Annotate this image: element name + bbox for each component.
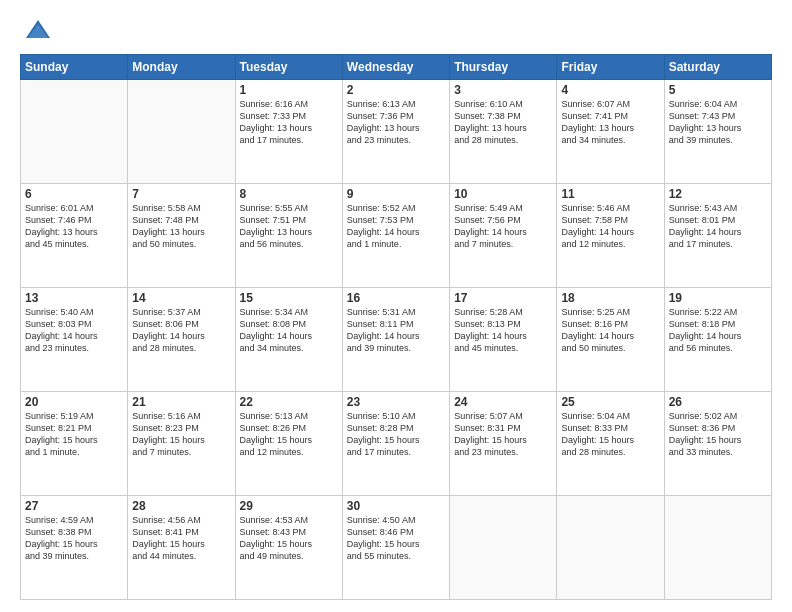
calendar-cell: 11Sunrise: 5:46 AM Sunset: 7:58 PM Dayli… <box>557 184 664 288</box>
day-info: Sunrise: 5:19 AM Sunset: 8:21 PM Dayligh… <box>25 410 123 459</box>
day-number: 16 <box>347 291 445 305</box>
day-info: Sunrise: 5:40 AM Sunset: 8:03 PM Dayligh… <box>25 306 123 355</box>
col-header-tuesday: Tuesday <box>235 55 342 80</box>
calendar-cell <box>21 80 128 184</box>
day-number: 2 <box>347 83 445 97</box>
calendar-header-row: SundayMondayTuesdayWednesdayThursdayFrid… <box>21 55 772 80</box>
week-row-1: 6Sunrise: 6:01 AM Sunset: 7:46 PM Daylig… <box>21 184 772 288</box>
day-info: Sunrise: 6:07 AM Sunset: 7:41 PM Dayligh… <box>561 98 659 147</box>
calendar-cell: 23Sunrise: 5:10 AM Sunset: 8:28 PM Dayli… <box>342 392 449 496</box>
day-number: 13 <box>25 291 123 305</box>
day-info: Sunrise: 6:16 AM Sunset: 7:33 PM Dayligh… <box>240 98 338 147</box>
calendar-cell <box>128 80 235 184</box>
day-number: 23 <box>347 395 445 409</box>
day-info: Sunrise: 5:22 AM Sunset: 8:18 PM Dayligh… <box>669 306 767 355</box>
day-number: 15 <box>240 291 338 305</box>
day-info: Sunrise: 4:56 AM Sunset: 8:41 PM Dayligh… <box>132 514 230 563</box>
week-row-2: 13Sunrise: 5:40 AM Sunset: 8:03 PM Dayli… <box>21 288 772 392</box>
day-number: 21 <box>132 395 230 409</box>
calendar-cell: 3Sunrise: 6:10 AM Sunset: 7:38 PM Daylig… <box>450 80 557 184</box>
day-info: Sunrise: 5:43 AM Sunset: 8:01 PM Dayligh… <box>669 202 767 251</box>
logo <box>20 16 52 44</box>
day-number: 6 <box>25 187 123 201</box>
day-info: Sunrise: 5:55 AM Sunset: 7:51 PM Dayligh… <box>240 202 338 251</box>
calendar-cell: 24Sunrise: 5:07 AM Sunset: 8:31 PM Dayli… <box>450 392 557 496</box>
day-info: Sunrise: 5:37 AM Sunset: 8:06 PM Dayligh… <box>132 306 230 355</box>
calendar-cell: 18Sunrise: 5:25 AM Sunset: 8:16 PM Dayli… <box>557 288 664 392</box>
day-number: 20 <box>25 395 123 409</box>
calendar-cell: 21Sunrise: 5:16 AM Sunset: 8:23 PM Dayli… <box>128 392 235 496</box>
day-info: Sunrise: 6:10 AM Sunset: 7:38 PM Dayligh… <box>454 98 552 147</box>
day-info: Sunrise: 5:46 AM Sunset: 7:58 PM Dayligh… <box>561 202 659 251</box>
week-row-0: 1Sunrise: 6:16 AM Sunset: 7:33 PM Daylig… <box>21 80 772 184</box>
day-number: 5 <box>669 83 767 97</box>
day-number: 18 <box>561 291 659 305</box>
col-header-wednesday: Wednesday <box>342 55 449 80</box>
day-number: 14 <box>132 291 230 305</box>
week-row-3: 20Sunrise: 5:19 AM Sunset: 8:21 PM Dayli… <box>21 392 772 496</box>
day-info: Sunrise: 5:49 AM Sunset: 7:56 PM Dayligh… <box>454 202 552 251</box>
calendar-cell: 19Sunrise: 5:22 AM Sunset: 8:18 PM Dayli… <box>664 288 771 392</box>
calendar-cell: 17Sunrise: 5:28 AM Sunset: 8:13 PM Dayli… <box>450 288 557 392</box>
calendar-cell: 25Sunrise: 5:04 AM Sunset: 8:33 PM Dayli… <box>557 392 664 496</box>
day-number: 19 <box>669 291 767 305</box>
calendar-cell: 27Sunrise: 4:59 AM Sunset: 8:38 PM Dayli… <box>21 496 128 600</box>
col-header-saturday: Saturday <box>664 55 771 80</box>
calendar-cell: 15Sunrise: 5:34 AM Sunset: 8:08 PM Dayli… <box>235 288 342 392</box>
calendar-cell: 7Sunrise: 5:58 AM Sunset: 7:48 PM Daylig… <box>128 184 235 288</box>
calendar-cell: 2Sunrise: 6:13 AM Sunset: 7:36 PM Daylig… <box>342 80 449 184</box>
day-info: Sunrise: 4:50 AM Sunset: 8:46 PM Dayligh… <box>347 514 445 563</box>
logo-icon <box>24 16 52 44</box>
day-number: 12 <box>669 187 767 201</box>
day-number: 25 <box>561 395 659 409</box>
calendar-cell: 29Sunrise: 4:53 AM Sunset: 8:43 PM Dayli… <box>235 496 342 600</box>
calendar-cell: 14Sunrise: 5:37 AM Sunset: 8:06 PM Dayli… <box>128 288 235 392</box>
calendar-cell: 12Sunrise: 5:43 AM Sunset: 8:01 PM Dayli… <box>664 184 771 288</box>
day-info: Sunrise: 5:10 AM Sunset: 8:28 PM Dayligh… <box>347 410 445 459</box>
calendar-cell: 9Sunrise: 5:52 AM Sunset: 7:53 PM Daylig… <box>342 184 449 288</box>
day-info: Sunrise: 5:16 AM Sunset: 8:23 PM Dayligh… <box>132 410 230 459</box>
day-number: 1 <box>240 83 338 97</box>
calendar-cell: 30Sunrise: 4:50 AM Sunset: 8:46 PM Dayli… <box>342 496 449 600</box>
col-header-thursday: Thursday <box>450 55 557 80</box>
day-info: Sunrise: 4:53 AM Sunset: 8:43 PM Dayligh… <box>240 514 338 563</box>
col-header-friday: Friday <box>557 55 664 80</box>
col-header-sunday: Sunday <box>21 55 128 80</box>
calendar-cell: 28Sunrise: 4:56 AM Sunset: 8:41 PM Dayli… <box>128 496 235 600</box>
calendar-cell: 5Sunrise: 6:04 AM Sunset: 7:43 PM Daylig… <box>664 80 771 184</box>
day-info: Sunrise: 6:13 AM Sunset: 7:36 PM Dayligh… <box>347 98 445 147</box>
day-number: 28 <box>132 499 230 513</box>
day-number: 27 <box>25 499 123 513</box>
header <box>20 16 772 44</box>
page: SundayMondayTuesdayWednesdayThursdayFrid… <box>0 0 792 612</box>
day-info: Sunrise: 6:04 AM Sunset: 7:43 PM Dayligh… <box>669 98 767 147</box>
calendar-cell <box>557 496 664 600</box>
col-header-monday: Monday <box>128 55 235 80</box>
day-number: 9 <box>347 187 445 201</box>
calendar-cell: 1Sunrise: 6:16 AM Sunset: 7:33 PM Daylig… <box>235 80 342 184</box>
calendar-cell: 20Sunrise: 5:19 AM Sunset: 8:21 PM Dayli… <box>21 392 128 496</box>
day-number: 24 <box>454 395 552 409</box>
day-number: 26 <box>669 395 767 409</box>
week-row-4: 27Sunrise: 4:59 AM Sunset: 8:38 PM Dayli… <box>21 496 772 600</box>
calendar-cell: 16Sunrise: 5:31 AM Sunset: 8:11 PM Dayli… <box>342 288 449 392</box>
day-info: Sunrise: 5:28 AM Sunset: 8:13 PM Dayligh… <box>454 306 552 355</box>
day-number: 7 <box>132 187 230 201</box>
day-number: 4 <box>561 83 659 97</box>
calendar-cell: 4Sunrise: 6:07 AM Sunset: 7:41 PM Daylig… <box>557 80 664 184</box>
calendar-cell: 13Sunrise: 5:40 AM Sunset: 8:03 PM Dayli… <box>21 288 128 392</box>
calendar-cell: 10Sunrise: 5:49 AM Sunset: 7:56 PM Dayli… <box>450 184 557 288</box>
day-info: Sunrise: 6:01 AM Sunset: 7:46 PM Dayligh… <box>25 202 123 251</box>
day-info: Sunrise: 5:52 AM Sunset: 7:53 PM Dayligh… <box>347 202 445 251</box>
day-info: Sunrise: 5:31 AM Sunset: 8:11 PM Dayligh… <box>347 306 445 355</box>
day-number: 22 <box>240 395 338 409</box>
day-info: Sunrise: 5:07 AM Sunset: 8:31 PM Dayligh… <box>454 410 552 459</box>
day-info: Sunrise: 4:59 AM Sunset: 8:38 PM Dayligh… <box>25 514 123 563</box>
day-info: Sunrise: 5:04 AM Sunset: 8:33 PM Dayligh… <box>561 410 659 459</box>
calendar-cell <box>450 496 557 600</box>
day-number: 3 <box>454 83 552 97</box>
day-info: Sunrise: 5:02 AM Sunset: 8:36 PM Dayligh… <box>669 410 767 459</box>
day-number: 10 <box>454 187 552 201</box>
day-info: Sunrise: 5:25 AM Sunset: 8:16 PM Dayligh… <box>561 306 659 355</box>
calendar-cell: 26Sunrise: 5:02 AM Sunset: 8:36 PM Dayli… <box>664 392 771 496</box>
